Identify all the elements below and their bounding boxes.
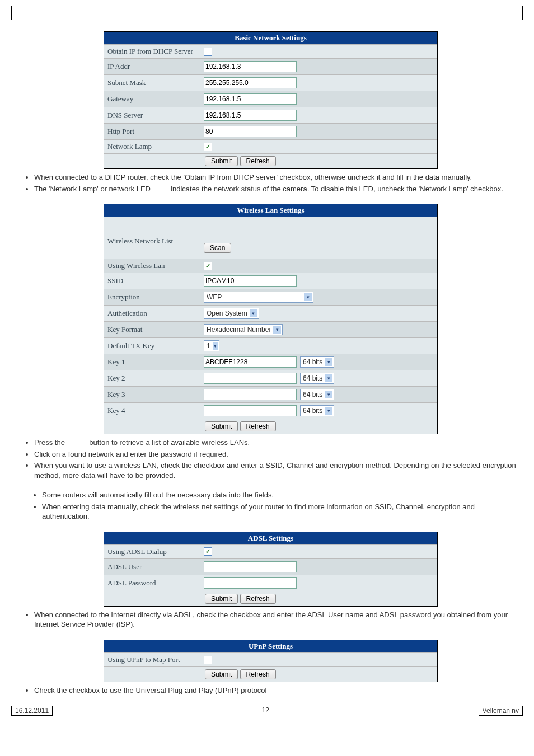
adsl-using-checkbox[interactable]: ✓ [204,547,212,556]
refresh-button[interactable]: Refresh [240,421,276,431]
body-text: Press the button to retrieve a list of a… [34,438,520,448]
key3-bits-select[interactable]: 64 bits▾ [300,389,334,400]
dns-label: DNS Server [104,107,200,123]
gateway-label: Gateway [104,91,200,107]
chevron-down-icon: ▾ [325,374,332,382]
key4-label: Key 4 [104,403,200,419]
chevron-down-icon: ▾ [273,326,281,334]
body-text: Some routers will automatically fill out… [42,490,520,500]
key2-bits-select[interactable]: 64 bits▾ [300,373,334,384]
panel-title: Wireless Lan Settings [104,204,437,217]
network-lamp-label: Network Lamp [104,140,200,153]
key3-input[interactable] [204,389,297,400]
gateway-input[interactable] [204,93,297,105]
chevron-down-icon: ▾ [304,293,312,301]
dns-input[interactable] [204,110,297,121]
body-text: When connected to a DHCP router, check t… [34,172,520,182]
submit-button[interactable]: Submit [205,421,238,431]
obtain-ip-checkbox[interactable] [204,48,212,56]
using-wlan-label: Using Wireless Lan [104,259,200,273]
submit-button[interactable]: Submit [205,156,238,166]
adsl-user-label: ADSL User [104,559,200,575]
refresh-button[interactable]: Refresh [240,594,276,604]
http-port-input[interactable] [204,126,297,137]
body-list-4: Check the checkbox to use the Universal … [14,685,520,696]
upnp-using-checkbox[interactable] [204,656,212,664]
body-list-2: Press the button to retrieve a list of a… [14,438,520,480]
key3-label: Key 3 [104,387,200,402]
network-lamp-checkbox[interactable]: ✓ [204,143,212,151]
key1-input[interactable] [204,356,297,368]
content-area: Basic Network Settings Obtain IP from DH… [14,31,520,696]
key4-input[interactable] [204,405,297,416]
body-text: Click on a found network and enter the p… [34,449,520,459]
key1-label: Key 1 [104,354,200,370]
key2-input[interactable] [204,373,297,384]
chevron-down-icon: ▾ [325,358,332,366]
encryption-select[interactable]: WEP ▾ [204,292,313,303]
panel-title: Basic Network Settings [104,32,437,44]
wlist-label: Wireless Network List [104,217,200,259]
body-list-1: When connected to a DHCP router, check t… [14,172,520,194]
chevron-down-icon: ▾ [325,391,332,398]
keyformat-label: Key Format [104,322,200,337]
key4-bits-select[interactable]: 64 bits▾ [300,405,334,416]
refresh-button[interactable]: Refresh [240,669,276,679]
adsl-using-label: Using ADSL Dialup [104,545,200,558]
wireless-panel: Wireless Lan Settings Wireless Network L… [104,204,438,434]
subnet-input[interactable] [204,77,297,88]
adsl-pass-input[interactable] [204,577,297,589]
upnp-panel: UPnP Settings Using UPnP to Map Port Sub… [104,640,438,682]
auth-select[interactable]: Open System ▾ [204,308,259,319]
adsl-panel: ADSL Settings Using ADSL Dialup ✓ ADSL U… [104,532,438,607]
default-tx-select[interactable]: 1 ▾ [204,340,219,351]
chevron-down-icon: ▾ [213,342,218,350]
submit-button[interactable]: Submit [205,669,238,679]
ip-addr-label: IP Addr [104,59,200,74]
auth-label: Authetication [104,306,200,321]
key1-bits-select[interactable]: 64 bits▾ [300,356,334,368]
keyformat-select[interactable]: Hexadecimal Number ▾ [204,324,283,335]
scan-button[interactable]: Scan [204,243,231,253]
doc-header-box [11,6,523,20]
body-text: Check the checkbox to use the Universal … [34,685,520,696]
http-port-label: Http Port [104,124,200,139]
ssid-input[interactable] [204,275,297,287]
obtain-ip-label: Obtain IP from DHCP Server [104,45,200,58]
submit-button[interactable]: Submit [205,594,238,604]
refresh-button[interactable]: Refresh [240,156,276,166]
body-list-3: When connected to the Internet directly … [14,610,520,630]
chevron-down-icon: ▾ [325,407,332,415]
basic-network-panel: Basic Network Settings Obtain IP from DH… [104,31,438,169]
chevron-down-icon: ▾ [250,309,257,317]
adsl-pass-label: ADSL Password [104,575,200,591]
body-text: When entering data manually, check the w… [42,502,520,522]
page-footer: 16.12.2011 12 Velleman nv [11,706,523,716]
upnp-using-label: Using UPnP to Map Port [104,653,200,666]
body-text: When you want to use a wireless LAN, che… [34,461,520,480]
ip-addr-input[interactable] [204,61,297,72]
body-text: When connected to the Internet directly … [34,610,520,630]
body-text: The 'Network Lamp' or network LED indica… [34,184,520,194]
footer-page: 12 [259,706,273,716]
panel-title: ADSL Settings [104,532,437,544]
footer-date: 16.12.2011 [11,706,53,716]
body-sublist-2: Some routers will automatically fill out… [22,490,520,522]
subnet-label: Subnet Mask [104,75,200,91]
ssid-label: SSID [104,273,200,289]
footer-brand: Velleman nv [479,706,523,716]
using-wlan-checkbox[interactable]: ✓ [204,262,212,270]
default-tx-label: Default TX Key [104,338,200,354]
key2-label: Key 2 [104,370,200,386]
encryption-label: Encryption [104,289,200,305]
adsl-user-input[interactable] [204,561,297,572]
panel-title: UPnP Settings [104,640,437,652]
